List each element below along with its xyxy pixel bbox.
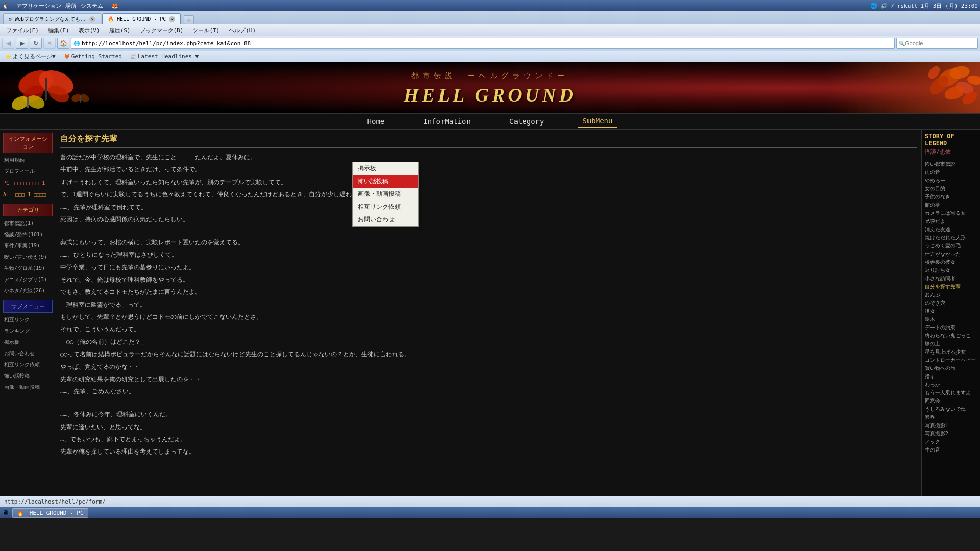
firefox-bookmark-icon: 🦊 — [64, 54, 70, 59]
story-link-2[interactable]: やめろー — [925, 177, 977, 185]
story-link-32[interactable]: 写真撮影1 — [925, 421, 977, 430]
cat-horror[interactable]: 怪談/恐怖(101) — [3, 231, 53, 239]
story-link-34[interactable]: ノック — [925, 438, 977, 446]
stop-button[interactable]: ✕ — [43, 38, 56, 49]
story-link-24[interactable]: コントローカーヘビー — [925, 356, 977, 364]
story-link-10[interactable]: うごめく髪の毛 — [925, 242, 977, 250]
story-link-35[interactable]: 牛の音 — [925, 446, 977, 454]
story-link-30[interactable]: うしろみないでね — [925, 405, 977, 413]
tab-1-close[interactable]: × — [89, 16, 95, 22]
home-button[interactable]: 🏠 — [57, 38, 69, 49]
taskbar-firefox-window[interactable]: 🔥 HELL GROUND - PC — [12, 508, 88, 518]
link-profile[interactable]: プロフィール — [3, 167, 53, 176]
forward-button[interactable]: ▶ — [16, 38, 28, 49]
submenu-story-post[interactable]: 怖い話投稿 — [3, 372, 53, 380]
add-tab-button[interactable]: + — [184, 15, 194, 24]
search-input[interactable] — [905, 40, 975, 46]
story-link-27[interactable]: わっか — [925, 381, 977, 389]
bookmark-latest-headlines[interactable]: 📰 Latest Headlines ▼ — [128, 53, 201, 60]
story-link-14[interactable]: 小さな訪問者 — [925, 274, 977, 283]
story-link-1[interactable]: 雨の音 — [925, 168, 977, 177]
story-link-21[interactable]: 終わらない鬼ごっこ — [925, 332, 977, 340]
submenu-ranking[interactable]: ランキング — [3, 327, 53, 335]
story-link-7[interactable]: 兄談だよ — [925, 217, 977, 226]
story-link-25[interactable]: 買い物への旅 — [925, 364, 977, 372]
cat-curses[interactable]: 呪い/言い伝え(9) — [3, 253, 53, 261]
story-link-22[interactable]: 膝の上 — [925, 340, 977, 348]
tab-2[interactable]: 🔥 HELL GROUND - PC × — [102, 13, 181, 24]
menu-tools[interactable]: ツール(T) — [188, 26, 224, 35]
nav-information[interactable]: InforMation — [419, 115, 475, 128]
bookmark-frequently-visited[interactable]: ⭐ よく見るページ▼ — [3, 53, 58, 60]
reload-button[interactable]: ↻ — [30, 38, 42, 49]
story-link-4[interactable]: 子供のなき — [925, 193, 977, 201]
link-terms[interactable]: 利用規約 — [3, 156, 53, 164]
submenu-link-request[interactable]: 相互リンク依頼 — [3, 361, 53, 369]
menu-edit[interactable]: 編集(E) — [44, 26, 74, 35]
menu-view[interactable]: 表示(V) — [75, 26, 104, 35]
story-link-33[interactable]: 写真撮影2 — [925, 430, 977, 438]
tab-2-close[interactable]: × — [169, 16, 175, 22]
os-battery-icon: ⚡ — [891, 3, 894, 9]
os-taskbar-bottom: 🖥 🔥 HELL GROUND - PC — [0, 507, 980, 518]
tab-1[interactable]: ⚙ Webプログラミングなんても... × — [3, 13, 101, 24]
article-p-15: 「○○（俺の名前）はどこだ？」 — [60, 337, 917, 347]
menu-bookmarks[interactable]: ブックマーク(B) — [136, 26, 188, 35]
os-menu-system[interactable]: システム — [81, 2, 103, 10]
cat-creatures[interactable]: 生物/グロ系(19) — [3, 264, 53, 272]
dropdown-item-media-post[interactable]: 画像・動画投稿 — [353, 188, 418, 201]
story-link-17[interactable]: のぞき穴 — [925, 299, 977, 307]
article-p-13: もしかして、先輩？とか思うけどコドモの前にしかでてこないんだとさ。 — [60, 312, 917, 322]
cat-anime[interactable]: アニメ/ジブリ(3) — [3, 276, 53, 284]
back-button[interactable]: ◀ — [2, 38, 14, 49]
submenu-bulletin[interactable]: 掲示板 — [3, 338, 53, 346]
cat-tidbits[interactable]: 小ネタ/究談(26) — [3, 287, 53, 295]
nav-category[interactable]: Category — [505, 115, 548, 128]
submenu-mutual-link[interactable]: 相互リンク — [3, 316, 53, 324]
dropdown-item-bulletin[interactable]: 掲示板 — [353, 162, 418, 175]
dropdown-item-contact[interactable]: お問い合わせ — [353, 213, 418, 226]
menu-help[interactable]: ヘルプ(H) — [225, 26, 260, 35]
url-input[interactable] — [82, 40, 892, 47]
story-link-11[interactable]: 仕方がなかった — [925, 250, 977, 258]
story-link-13[interactable]: 返り討ち女 — [925, 266, 977, 274]
story-link-0[interactable]: 怖い都市伝説 — [925, 160, 977, 168]
story-link-18[interactable]: 後女 — [925, 307, 977, 315]
story-link-20[interactable]: デートの約束 — [925, 323, 977, 332]
os-volume-icon: 🔊 — [880, 3, 888, 9]
submenu-contact[interactable]: お問い合わせ — [3, 349, 53, 358]
os-menu-applications[interactable]: アプリケーション — [16, 2, 61, 10]
submenu-media-post[interactable]: 画像・動画投稿 — [3, 383, 53, 391]
svg-rect-7 — [27, 97, 29, 108]
story-link-6[interactable]: カメラには写る女 — [925, 209, 977, 217]
story-link-19[interactable]: 鈴木 — [925, 315, 977, 323]
tab-1-label: Webプログラミングなんても... — [15, 16, 86, 23]
nav-home[interactable]: Home — [363, 115, 389, 128]
cat-incidents[interactable]: 事件/事案(19) — [3, 242, 53, 250]
story-link-8[interactable]: 消えた友達 — [925, 226, 977, 234]
story-link-5[interactable]: 館の夢 — [925, 201, 977, 209]
article-p-4: で、1週間ぐらいに実験してるうちに色々教えてくれて、仲良くなったんだけどあるとき… — [60, 189, 917, 199]
story-link-26[interactable]: 指す — [925, 372, 977, 381]
story-link-31[interactable]: 異界 — [925, 413, 977, 421]
bookmark-getting-started[interactable]: 🦊 Getting Started — [62, 53, 124, 60]
dropdown-item-link-request[interactable]: 相互リンク依頼 — [353, 201, 418, 213]
os-app-menu[interactable]: 🐧 — [2, 3, 9, 9]
story-link-3[interactable]: 女の目的 — [925, 185, 977, 193]
dropdown-item-story-post[interactable]: 怖い話投稿 — [353, 175, 418, 188]
story-link-28[interactable]: もう一人乗れますよ — [925, 389, 977, 397]
story-link-16[interactable]: おんぷ — [925, 291, 977, 299]
menu-history[interactable]: 履歴(S) — [105, 26, 135, 35]
story-link-12[interactable]: 校舎裏の彼女 — [925, 258, 977, 266]
nav-submenu[interactable]: SubMenu — [578, 115, 617, 128]
story-link-9[interactable]: 焼けただれた人形 — [925, 234, 977, 242]
story-link-29[interactable]: 同窓会 — [925, 397, 977, 405]
article-p-22: …、でもいつも、廊下でとまっちゃうんだよ。 — [60, 434, 917, 444]
story-link-15[interactable]: 自分を探す先輩 — [925, 283, 977, 291]
bookmark-label-2: Getting Started — [71, 53, 122, 60]
cat-urban-legend[interactable]: 都市伝説(1) — [3, 219, 53, 228]
menu-file[interactable]: ファイル(F) — [2, 26, 43, 35]
story-link-23[interactable]: 星を見上げる少女 — [925, 348, 977, 356]
article-p-5: ……、先輩が理科室で倒れてて。 — [60, 202, 917, 212]
os-menu-places[interactable]: 場所 — [65, 2, 77, 10]
